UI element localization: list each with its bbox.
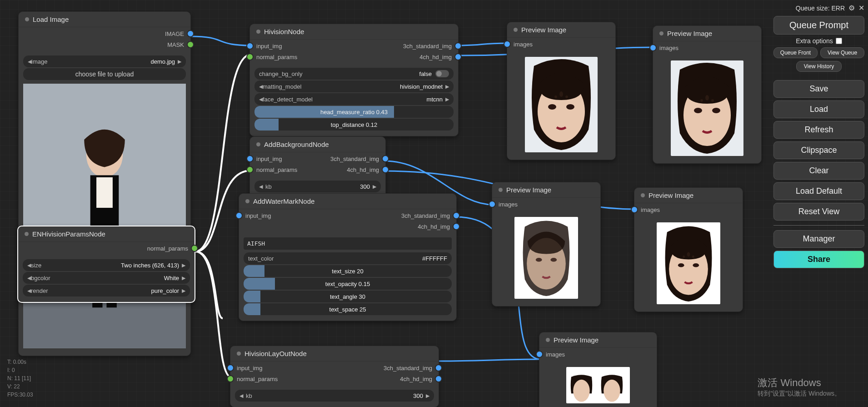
clear-button[interactable]: Clear — [773, 162, 864, 180]
close-icon[interactable]: ✕ — [858, 4, 864, 12]
slot-in-normal-params[interactable]: normal_params — [235, 375, 278, 382]
slot-out-3ch[interactable]: 3ch_standard_img — [384, 364, 434, 372]
text-size-slider[interactable]: text_size 20 — [244, 265, 452, 277]
node-enh-params[interactable]: ENHivisionParamsNode normal_params ◀size… — [17, 226, 195, 303]
slot-out-4ch[interactable]: 4ch_hd_img — [347, 166, 381, 173]
node-header[interactable]: Load Image — [19, 12, 190, 27]
collapse-dot[interactable] — [256, 142, 260, 146]
share-button[interactable]: Share — [773, 251, 864, 268]
svg-point-18 — [712, 108, 720, 113]
svg-point-30 — [687, 252, 690, 256]
slot-out-image[interactable]: IMAGE — [165, 30, 186, 37]
node-header[interactable]: Preview Image — [653, 26, 761, 41]
svg-point-13 — [554, 95, 557, 98]
slot-in-images[interactable]: images — [497, 201, 518, 208]
node-header[interactable]: Preview Image — [492, 182, 600, 198]
slot-in-images[interactable]: images — [512, 40, 533, 48]
node-hivision-layout[interactable]: HivisionLayOutNode input_img 3ch_standar… — [230, 346, 439, 407]
input-image-preview — [23, 81, 186, 351]
toggle-switch[interactable] — [435, 70, 449, 77]
slot-in-images[interactable]: images — [639, 206, 660, 213]
text-opacity-slider[interactable]: text_opacity 0.15 — [244, 278, 452, 290]
bgcolor-combo[interactable]: ◀bgcolor White▶ — [23, 272, 190, 284]
slot-out-4ch[interactable]: 4ch_hd_img — [400, 375, 434, 382]
view-queue-button[interactable]: View Queue — [820, 47, 864, 58]
extra-options-checkbox[interactable] — [836, 38, 842, 44]
collapse-dot[interactable] — [256, 30, 260, 34]
node-header[interactable]: HivisionLayOutNode — [230, 346, 439, 362]
save-button[interactable]: Save — [773, 80, 864, 98]
top-distance-slider[interactable]: top_distance 0.12 — [254, 119, 454, 131]
node-preview-image-2[interactable]: Preview Image images — [653, 25, 762, 164]
slot-out-mask[interactable]: MASK — [167, 41, 186, 48]
slot-out-4ch[interactable]: 4ch_hd_img — [419, 53, 454, 60]
svg-point-10 — [548, 104, 556, 110]
slot-out-normal-params[interactable]: normal_params — [147, 245, 190, 252]
collapse-dot[interactable] — [237, 352, 241, 356]
slot-out-3ch[interactable]: 3ch_standard_img — [330, 155, 381, 162]
load-default-button[interactable]: Load Default — [773, 182, 864, 200]
text-color-input[interactable]: text_color #FFFFFF — [244, 252, 452, 264]
slot-in-input-img[interactable]: input_img — [244, 212, 271, 219]
preview-face-image — [566, 367, 630, 403]
slot-in-images[interactable]: images — [658, 44, 678, 51]
slot-out-4ch[interactable]: 4ch_hd_img — [418, 223, 452, 230]
change-bg-toggle[interactable]: change_bg_only false — [254, 68, 454, 80]
matting-model-combo[interactable]: ◀matting_model hivision_modnet▶ — [254, 80, 454, 92]
collapse-dot[interactable] — [245, 199, 249, 203]
node-preview-image-5[interactable]: Preview Image images — [539, 332, 657, 407]
svg-point-29 — [693, 263, 699, 267]
image-combo[interactable]: ◀ image demo.jpg ▶ — [23, 55, 186, 67]
slot-in-input-img[interactable]: input_img — [254, 155, 282, 162]
gear-icon[interactable]: ⚙ — [848, 4, 855, 12]
node-header[interactable]: ENHivisionParamsNode — [18, 226, 195, 242]
windows-activation-watermark: 激活 Windows 转到"设置"以激活 Windows。 — [758, 376, 841, 398]
node-add-watermark[interactable]: AddWaterMarkNode input_img 3ch_standard_… — [239, 193, 457, 321]
node-header[interactable]: HivisionNode — [250, 24, 458, 40]
kb-number[interactable]: ◀ kb300 ▶ — [254, 181, 381, 192]
demo-image — [23, 84, 186, 348]
node-preview-image-4[interactable]: Preview Image images — [634, 187, 743, 312]
queue-front-button[interactable]: Queue Front — [773, 47, 818, 58]
node-preview-image-1[interactable]: Preview Image images — [507, 22, 616, 160]
slot-out-3ch[interactable]: 3ch_standard_img — [401, 212, 452, 219]
sidebar-panel[interactable]: Queue size: ERR ⚙ ✕ Queue Prompt Extra o… — [773, 4, 864, 268]
manager-button[interactable]: Manager — [773, 230, 864, 248]
refresh-button[interactable]: Refresh — [773, 121, 864, 139]
queue-prompt-button[interactable]: Queue Prompt — [773, 16, 864, 35]
chevron-left-icon[interactable]: ◀ — [28, 59, 31, 65]
reset-view-button[interactable]: Reset View — [773, 203, 864, 221]
node-title: HivisionNode — [264, 28, 304, 35]
node-hivision[interactable]: HivisionNode input_img 3ch_standard_img … — [249, 24, 459, 136]
slot-in-images[interactable]: images — [544, 351, 565, 358]
slot-in-normal-params[interactable]: normal_params — [254, 166, 297, 173]
text-space-slider[interactable]: text_space 25 — [244, 303, 452, 315]
kb-number[interactable]: ◀ kb300 ▶ — [235, 390, 434, 402]
node-header[interactable]: Preview Image — [507, 22, 615, 38]
chevron-right-icon[interactable]: ▶ — [178, 59, 181, 65]
view-history-button[interactable]: View History — [796, 61, 842, 72]
node-title: Load Image — [33, 15, 69, 23]
clipspace-button[interactable]: Clipspace — [773, 141, 864, 159]
node-header[interactable]: Preview Image — [634, 188, 743, 203]
node-add-background[interactable]: AddBackgroundNode input_img 3ch_standard… — [249, 136, 386, 198]
slot-out-3ch[interactable]: 3ch_standard_img — [403, 42, 454, 50]
watermark-text-input[interactable]: AIFSH — [244, 237, 452, 250]
load-button[interactable]: Load — [773, 100, 864, 118]
head-measure-ratio-slider[interactable]: head_measure_ratio 0.43 — [254, 106, 454, 118]
slot-in-normal-params[interactable]: normal_params — [254, 53, 297, 60]
collapse-dot[interactable] — [25, 232, 29, 236]
size-combo[interactable]: ◀size Two inches (626, 413)▶ — [23, 259, 190, 271]
collapse-dot[interactable] — [25, 17, 29, 21]
node-load-image[interactable]: Load Image IMAGE MASK ◀ image demo.jpg ▶… — [18, 11, 191, 356]
upload-button[interactable]: choose file to upload — [23, 68, 186, 80]
text-angle-slider[interactable]: text_angle 30 — [244, 291, 452, 302]
face-detect-combo[interactable]: ◀face_detect_model mtcnn▶ — [254, 93, 454, 105]
node-header[interactable]: AddWaterMarkNode — [239, 194, 456, 209]
node-preview-image-3[interactable]: Preview Image images — [492, 182, 601, 307]
render-combo[interactable]: ◀render pure_color▶ — [23, 285, 190, 296]
node-header[interactable]: AddBackgroundNode — [250, 137, 385, 152]
node-header[interactable]: Preview Image — [539, 332, 657, 348]
slot-in-input-img[interactable]: input_img — [235, 364, 262, 372]
slot-in-input-img[interactable]: input_img — [254, 42, 282, 50]
